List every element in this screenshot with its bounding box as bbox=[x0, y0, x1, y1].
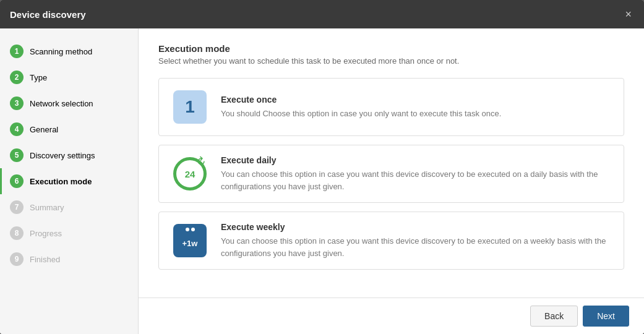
execute-daily-icon: 24 ↻ bbox=[171, 155, 208, 192]
main-content: Execution mode Select whether you want t… bbox=[139, 28, 644, 334]
step-number: 4 bbox=[10, 122, 24, 136]
option-title: Execute daily bbox=[221, 155, 611, 165]
execute-weekly-icon: +1w bbox=[171, 222, 208, 259]
step-label: Network selection bbox=[30, 99, 93, 108]
option-text: Execute daily You can choose this option… bbox=[221, 155, 611, 192]
sidebar-item-summary: 7Summary bbox=[0, 194, 138, 220]
dialog-title: Device discovery bbox=[10, 9, 86, 20]
step-number: 8 bbox=[10, 226, 24, 240]
sidebar-item-discovery-settings[interactable]: 5Discovery settings bbox=[0, 142, 138, 168]
option-title: Execute once bbox=[221, 95, 501, 105]
step-label: Type bbox=[30, 73, 47, 82]
sidebar-item-finished: 9Finished bbox=[0, 246, 138, 272]
close-button[interactable]: × bbox=[622, 6, 634, 22]
option-description: You should Choose this option in case yo… bbox=[221, 108, 501, 120]
option-title: Execute weekly bbox=[221, 222, 611, 232]
sidebar: 1Scanning method2Type3Network selection4… bbox=[0, 28, 139, 334]
option-card-daily[interactable]: 24 ↻ Execute daily You can choose this o… bbox=[158, 145, 624, 203]
dialog-footer: Back Next bbox=[139, 298, 644, 334]
sidebar-item-progress: 8Progress bbox=[0, 220, 138, 246]
next-button[interactable]: Next bbox=[583, 306, 629, 327]
step-label: Scanning method bbox=[30, 47, 92, 56]
option-text: Execute weekly You can choose this optio… bbox=[221, 222, 611, 259]
step-label: Execution mode bbox=[30, 177, 92, 186]
device-discovery-dialog: Device discovery × 1Scanning method2Type… bbox=[0, 0, 644, 334]
sidebar-item-type[interactable]: 2Type bbox=[0, 64, 138, 90]
sidebar-item-execution-mode[interactable]: 6Execution mode bbox=[0, 168, 138, 194]
option-text: Execute once You should Choose this opti… bbox=[221, 95, 501, 120]
step-label: General bbox=[30, 125, 58, 134]
execute-once-icon: 1 bbox=[171, 88, 208, 126]
sidebar-item-network-selection[interactable]: 3Network selection bbox=[0, 90, 138, 116]
step-number: 6 bbox=[10, 174, 24, 188]
option-card-weekly[interactable]: +1w Execute weekly You can choose this o… bbox=[158, 212, 624, 270]
step-label: Finished bbox=[30, 255, 60, 264]
step-number: 7 bbox=[10, 200, 24, 214]
options-container: 1 Execute once You should Choose this op… bbox=[158, 78, 624, 270]
step-number: 5 bbox=[10, 148, 24, 162]
sidebar-item-scanning-method[interactable]: 1Scanning method bbox=[0, 38, 138, 64]
step-number: 9 bbox=[10, 252, 24, 266]
dialog-header: Device discovery × bbox=[0, 0, 644, 28]
back-button[interactable]: Back bbox=[530, 306, 578, 327]
option-description: You can choose this option in case you w… bbox=[221, 168, 611, 192]
step-label: Summary bbox=[30, 203, 64, 212]
main-scroll: Execution mode Select whether you want t… bbox=[139, 28, 644, 298]
step-number: 2 bbox=[10, 71, 24, 84]
step-label: Discovery settings bbox=[30, 151, 95, 160]
dialog-body: 1Scanning method2Type3Network selection4… bbox=[0, 28, 644, 334]
section-title: Execution mode bbox=[158, 43, 624, 54]
sidebar-item-general[interactable]: 4General bbox=[0, 116, 138, 142]
option-card-once[interactable]: 1 Execute once You should Choose this op… bbox=[158, 78, 624, 136]
section-subtitle: Select whether you want to schedule this… bbox=[158, 56, 624, 66]
option-description: You can choose this option in case you w… bbox=[221, 235, 611, 259]
step-number: 1 bbox=[10, 45, 24, 58]
step-label: Progress bbox=[30, 229, 62, 238]
step-number: 3 bbox=[10, 96, 24, 110]
